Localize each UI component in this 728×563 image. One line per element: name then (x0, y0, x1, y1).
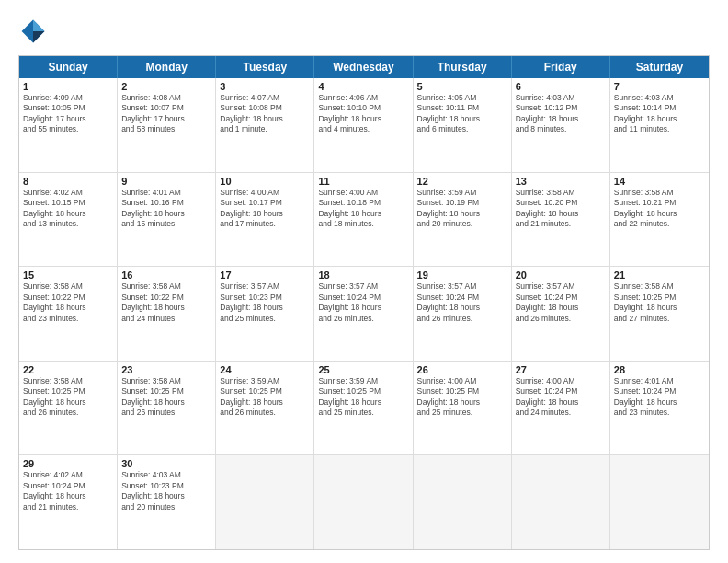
header-day-saturday: Saturday (610, 56, 709, 78)
day-number: 12 (417, 176, 507, 187)
day-number: 9 (121, 176, 211, 187)
day-number: 4 (318, 81, 408, 92)
day-cell-26: 26Sunrise: 4:00 AMSunset: 10:25 PMDaylig… (414, 362, 512, 455)
day-info: Sunrise: 3:58 AMSunset: 10:22 PMDaylight… (121, 282, 211, 324)
header-day-friday: Friday (512, 56, 610, 78)
day-cell-24: 24Sunrise: 3:59 AMSunset: 10:25 PMDaylig… (216, 362, 314, 455)
day-cell-28: 28Sunrise: 4:01 AMSunset: 10:24 PMDaylig… (610, 362, 709, 455)
day-info: Sunrise: 3:59 AMSunset: 10:25 PMDaylight… (318, 376, 408, 419)
day-info: Sunrise: 4:03 AMSunset: 10:12 PMDaylight… (516, 93, 606, 135)
day-cell-17: 17Sunrise: 3:57 AMSunset: 10:23 PMDaylig… (216, 267, 314, 361)
day-cell-18: 18Sunrise: 3:57 AMSunset: 10:24 PMDaylig… (314, 267, 413, 361)
day-info: Sunrise: 3:58 AMSunset: 10:21 PMDaylight… (614, 188, 705, 230)
day-number: 18 (318, 270, 408, 281)
calendar-body: 1Sunrise: 4:09 AMSunset: 10:05 PMDayligh… (19, 78, 709, 549)
day-info: Sunrise: 3:58 AMSunset: 10:25 PMDaylight… (614, 282, 705, 324)
day-info: Sunrise: 3:57 AMSunset: 10:24 PMDaylight… (318, 282, 408, 324)
day-number: 7 (614, 81, 705, 92)
day-number: 30 (121, 458, 211, 469)
day-number: 5 (417, 81, 507, 92)
day-cell-30: 30Sunrise: 4:03 AMSunset: 10:23 PMDaylig… (118, 455, 216, 549)
day-info: Sunrise: 4:01 AMSunset: 10:16 PMDaylight… (121, 188, 211, 230)
day-info: Sunrise: 3:58 AMSunset: 10:20 PMDaylight… (516, 188, 606, 230)
day-cell-10: 10Sunrise: 4:00 AMSunset: 10:17 PMDaylig… (216, 173, 314, 267)
day-cell-7: 7Sunrise: 4:03 AMSunset: 10:14 PMDayligh… (610, 78, 709, 172)
calendar-row-2: 8Sunrise: 4:02 AMSunset: 10:15 PMDayligh… (19, 172, 709, 267)
day-number: 23 (121, 364, 211, 375)
day-cell-16: 16Sunrise: 3:58 AMSunset: 10:22 PMDaylig… (118, 267, 216, 361)
svg-marker-1 (33, 20, 44, 31)
day-info: Sunrise: 4:00 AMSunset: 10:17 PMDaylight… (220, 188, 310, 230)
day-cell-21: 21Sunrise: 3:58 AMSunset: 10:25 PMDaylig… (610, 267, 709, 361)
day-info: Sunrise: 4:01 AMSunset: 10:24 PMDaylight… (614, 376, 705, 419)
calendar-header: SundayMondayTuesdayWednesdayThursdayFrid… (19, 56, 709, 78)
day-info: Sunrise: 4:07 AMSunset: 10:08 PMDaylight… (220, 93, 310, 135)
day-cell-13: 13Sunrise: 3:58 AMSunset: 10:20 PMDaylig… (512, 173, 610, 267)
day-info: Sunrise: 4:02 AMSunset: 10:15 PMDaylight… (23, 188, 113, 230)
day-number: 15 (23, 270, 113, 281)
day-cell-9: 9Sunrise: 4:01 AMSunset: 10:16 PMDayligh… (118, 173, 216, 267)
day-info: Sunrise: 4:09 AMSunset: 10:05 PMDaylight… (23, 93, 113, 135)
header-day-wednesday: Wednesday (314, 56, 413, 78)
day-cell-2: 2Sunrise: 4:08 AMSunset: 10:07 PMDayligh… (118, 78, 216, 172)
day-number: 14 (614, 176, 705, 187)
day-number: 13 (516, 176, 606, 187)
day-cell-19: 19Sunrise: 3:57 AMSunset: 10:24 PMDaylig… (414, 267, 512, 361)
calendar-row-1: 1Sunrise: 4:09 AMSunset: 10:05 PMDayligh… (19, 78, 709, 172)
day-number: 28 (614, 364, 705, 375)
day-info: Sunrise: 4:05 AMSunset: 10:11 PMDaylight… (417, 93, 507, 135)
day-info: Sunrise: 4:06 AMSunset: 10:10 PMDaylight… (318, 93, 408, 135)
day-number: 16 (121, 270, 211, 281)
empty-cell (216, 455, 314, 549)
page: SundayMondayTuesdayWednesdayThursdayFrid… (0, 0, 728, 563)
day-cell-12: 12Sunrise: 3:59 AMSunset: 10:19 PMDaylig… (414, 173, 512, 267)
header-day-thursday: Thursday (414, 56, 512, 78)
day-number: 25 (318, 364, 408, 375)
empty-cell (610, 455, 709, 549)
day-cell-4: 4Sunrise: 4:06 AMSunset: 10:10 PMDayligh… (314, 78, 413, 172)
svg-marker-2 (33, 31, 44, 42)
day-number: 19 (417, 270, 507, 281)
day-info: Sunrise: 3:58 AMSunset: 10:22 PMDaylight… (23, 282, 113, 324)
day-cell-1: 1Sunrise: 4:09 AMSunset: 10:05 PMDayligh… (19, 78, 118, 172)
day-number: 3 (220, 81, 310, 92)
day-number: 29 (23, 458, 113, 469)
day-number: 8 (23, 176, 113, 187)
day-info: Sunrise: 4:03 AMSunset: 10:14 PMDaylight… (614, 93, 705, 135)
day-number: 6 (516, 81, 606, 92)
logo (18, 17, 51, 46)
day-info: Sunrise: 4:02 AMSunset: 10:24 PMDaylight… (23, 470, 113, 512)
page-header (18, 17, 710, 46)
day-number: 2 (121, 81, 211, 92)
day-number: 1 (23, 81, 113, 92)
logo-icon (18, 17, 48, 46)
day-info: Sunrise: 3:57 AMSunset: 10:24 PMDaylight… (417, 282, 507, 324)
day-info: Sunrise: 4:00 AMSunset: 10:18 PMDaylight… (318, 188, 408, 230)
day-cell-29: 29Sunrise: 4:02 AMSunset: 10:24 PMDaylig… (19, 455, 118, 549)
day-info: Sunrise: 3:57 AMSunset: 10:24 PMDaylight… (516, 282, 606, 324)
day-cell-20: 20Sunrise: 3:57 AMSunset: 10:24 PMDaylig… (512, 267, 610, 361)
day-cell-27: 27Sunrise: 4:00 AMSunset: 10:24 PMDaylig… (512, 362, 610, 455)
day-number: 20 (516, 270, 606, 281)
day-number: 27 (516, 364, 606, 375)
header-day-monday: Monday (118, 56, 216, 78)
day-cell-15: 15Sunrise: 3:58 AMSunset: 10:22 PMDaylig… (19, 267, 118, 361)
calendar-row-5: 29Sunrise: 4:02 AMSunset: 10:24 PMDaylig… (19, 454, 709, 549)
day-cell-14: 14Sunrise: 3:58 AMSunset: 10:21 PMDaylig… (610, 173, 709, 267)
day-cell-23: 23Sunrise: 3:58 AMSunset: 10:25 PMDaylig… (118, 362, 216, 455)
day-number: 26 (417, 364, 507, 375)
day-number: 11 (318, 176, 408, 187)
day-number: 22 (23, 364, 113, 375)
day-info: Sunrise: 3:59 AMSunset: 10:19 PMDaylight… (417, 188, 507, 230)
day-cell-25: 25Sunrise: 3:59 AMSunset: 10:25 PMDaylig… (314, 362, 413, 455)
header-day-sunday: Sunday (19, 56, 118, 78)
empty-cell (512, 455, 610, 549)
day-cell-5: 5Sunrise: 4:05 AMSunset: 10:11 PMDayligh… (414, 78, 512, 172)
day-cell-6: 6Sunrise: 4:03 AMSunset: 10:12 PMDayligh… (512, 78, 610, 172)
day-number: 24 (220, 364, 310, 375)
day-info: Sunrise: 3:57 AMSunset: 10:23 PMDaylight… (220, 282, 310, 324)
day-cell-3: 3Sunrise: 4:07 AMSunset: 10:08 PMDayligh… (216, 78, 314, 172)
empty-cell (414, 455, 512, 549)
day-info: Sunrise: 3:58 AMSunset: 10:25 PMDaylight… (23, 376, 113, 419)
day-cell-11: 11Sunrise: 4:00 AMSunset: 10:18 PMDaylig… (314, 173, 413, 267)
